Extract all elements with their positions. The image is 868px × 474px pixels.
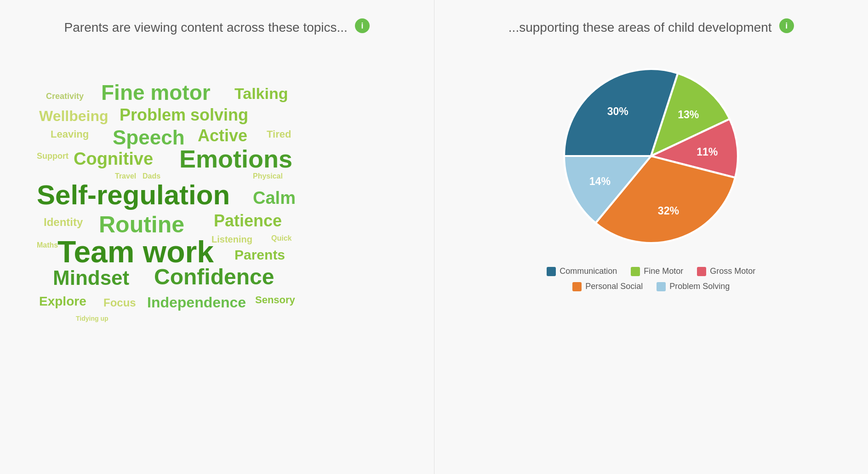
right-panel-title: ...supporting these areas of child devel… — [508, 18, 772, 36]
word-wellbeing: Wellbeing — [39, 108, 108, 125]
word-active: Active — [198, 126, 247, 145]
pie-chart: 30%13%11%32%14% — [554, 59, 748, 253]
word-listening: Listening — [211, 234, 252, 245]
word-cognitive: Cognitive — [74, 149, 153, 169]
word-leaving: Leaving — [51, 128, 89, 140]
legend-item-communication: Communication — [547, 266, 617, 276]
pie-label-fine-motor: 13% — [678, 109, 699, 121]
legend-item-gross-motor: Gross Motor — [697, 266, 755, 276]
word-creativity: Creativity — [46, 92, 84, 101]
word-identity: Identity — [44, 216, 83, 229]
word-focus: Focus — [103, 296, 136, 309]
legend-swatch — [572, 282, 582, 291]
right-title-row: ...supporting these areas of child devel… — [508, 18, 794, 41]
legend-swatch — [547, 267, 556, 276]
word-fine-motor: Fine motor — [101, 80, 211, 105]
word-emotions: Emotions — [179, 145, 292, 173]
word-mindset: Mindset — [53, 266, 129, 289]
legend-label: Fine Motor — [644, 266, 683, 276]
word-tidying-up: Tidying up — [76, 315, 108, 322]
left-panel: Parents are viewing content across these… — [0, 0, 434, 474]
word-explore: Explore — [39, 294, 86, 309]
word-sensory: Sensory — [255, 294, 295, 306]
right-panel: ...supporting these areas of child devel… — [434, 0, 868, 474]
word-support: Support — [37, 151, 69, 161]
pie-label-problem-solving: 14% — [589, 175, 611, 187]
word-quick: Quick — [271, 234, 291, 243]
word-physical: Physical — [253, 172, 283, 180]
word-tired: Tired — [267, 128, 291, 140]
legend-item-personal-social: Personal Social — [572, 282, 643, 291]
legend-swatch — [631, 267, 640, 276]
legend-label: Problem Solving — [669, 282, 730, 291]
word-talking: Talking — [234, 85, 288, 103]
word-independence: Independence — [147, 294, 246, 311]
word-problem-solving: Problem solving — [120, 105, 248, 125]
left-info-icon[interactable]: i — [355, 18, 370, 33]
word-self-regulation: Self-regulation — [37, 179, 230, 211]
pie-svg: 30%13%11%32%14% — [554, 59, 748, 253]
word-parents: Parents — [234, 247, 285, 263]
legend-label: Communication — [560, 266, 617, 276]
legend: CommunicationFine MotorGross MotorPerson… — [536, 266, 766, 291]
legend-swatch — [657, 282, 666, 291]
legend-item-problem-solving: Problem Solving — [657, 282, 730, 291]
legend-label: Gross Motor — [710, 266, 755, 276]
pie-label-personal-social: 32% — [658, 205, 679, 217]
pie-label-communication: 30% — [607, 105, 628, 117]
word-calm: Calm — [253, 188, 296, 208]
legend-item-fine-motor: Fine Motor — [631, 266, 683, 276]
legend-label: Personal Social — [585, 282, 643, 291]
word-speech: Speech — [113, 126, 185, 149]
left-title-row: Parents are viewing content across these… — [64, 18, 370, 41]
word-cloud: CreativityFine motorTalkingWellbeingProb… — [9, 59, 425, 456]
chart-area: 30%13%11%32%14% CommunicationFine MotorG… — [536, 59, 766, 291]
right-info-icon[interactable]: i — [779, 18, 794, 33]
left-panel-title: Parents are viewing content across these… — [64, 18, 348, 36]
word-maths: Maths — [37, 241, 58, 249]
pie-label-gross-motor: 11% — [697, 146, 718, 158]
word-confidence: Confidence — [154, 264, 274, 289]
word-patience: Patience — [214, 211, 282, 231]
legend-swatch — [697, 267, 706, 276]
